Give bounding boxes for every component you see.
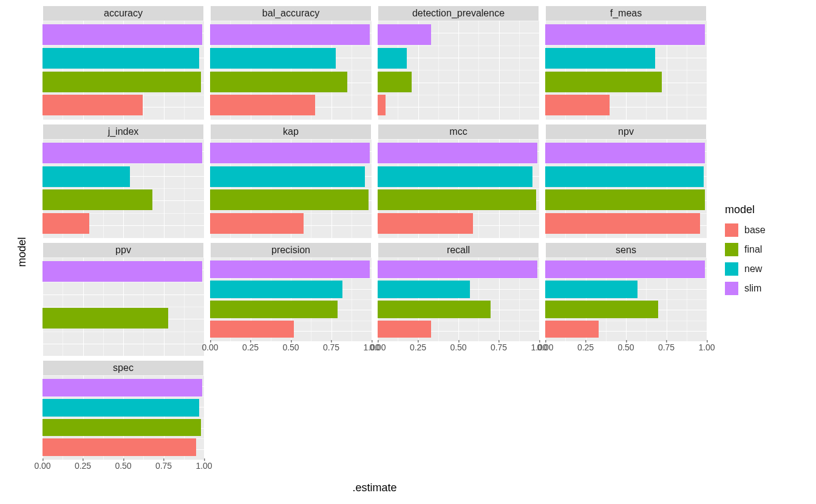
bar-final	[545, 189, 705, 210]
facet-strip: recall	[378, 243, 539, 257]
bar-final	[545, 301, 658, 318]
facet-panel	[545, 257, 707, 342]
x-axis-label: .estimate	[42, 474, 707, 498]
bar-slim	[210, 143, 370, 163]
facet-strip: precision	[210, 243, 372, 257]
bar-new	[545, 166, 704, 187]
bar-final	[42, 72, 201, 92]
bar-slim	[378, 143, 537, 163]
facet-panel	[545, 21, 707, 120]
bar-group	[42, 139, 204, 238]
x-tick: 0.00	[369, 342, 386, 352]
x-tick: 0.25	[410, 342, 426, 352]
plot-area: accuracybasefinalnewslimbal_accuracydete…	[6, 6, 713, 498]
facet-panel	[378, 257, 539, 342]
bar-base	[378, 213, 473, 234]
facet-strip: accuracy	[42, 6, 204, 21]
x-tick: 0.75	[323, 342, 339, 352]
bar-group	[42, 375, 204, 460]
legend-label: new	[744, 264, 762, 274]
facet-panel	[378, 21, 539, 120]
bar-base	[545, 213, 700, 234]
facet-panel: basefinalnewslim	[42, 139, 204, 238]
facet-strip: bal_accuracy	[210, 6, 372, 21]
facet-strip: sens	[545, 243, 707, 257]
bar-final	[210, 301, 338, 318]
legend-swatch	[725, 262, 738, 276]
bar-final	[210, 189, 369, 210]
bar-final	[378, 72, 412, 92]
legend-item-new: new	[725, 262, 810, 276]
bar-slim	[42, 261, 202, 282]
x-tick: 0.00	[202, 342, 218, 352]
facet-f_meas: f_meas	[545, 6, 707, 120]
bar-slim	[42, 24, 202, 45]
bar-base	[42, 95, 143, 115]
x-tick: 0.25	[242, 342, 259, 352]
facet-strip: ppv	[42, 243, 204, 257]
bar-group	[378, 257, 539, 342]
legend-swatch	[725, 282, 738, 295]
x-tick: 0.75	[658, 342, 675, 352]
x-ticks: 0.000.250.500.751.00	[42, 460, 204, 474]
bar-group	[210, 257, 372, 342]
bar-new	[42, 48, 199, 69]
facet-kap: kap	[210, 124, 372, 238]
bar-slim	[378, 24, 431, 45]
legend-item-slim: slim	[725, 282, 810, 295]
x-tick: 0.50	[282, 342, 299, 352]
facet-panel	[210, 139, 372, 238]
facet-panel: basefinalnewslim	[42, 375, 204, 460]
x-tick: 0.25	[75, 461, 91, 471]
facet-strip: npv	[545, 124, 707, 139]
x-ticks: 0.000.250.500.751.00	[378, 341, 539, 356]
bar-final	[42, 419, 201, 437]
bar-new	[210, 166, 365, 187]
chart-container: model accuracybasefinalnewslimbal_accura…	[6, 6, 810, 498]
y-axis-label: model	[16, 237, 29, 267]
facet-spec: specbasefinalnewslim0.000.250.500.751.00	[42, 361, 204, 474]
x-ticks: 0.000.250.500.751.00	[545, 341, 707, 356]
legend: model basefinalnewslim	[713, 6, 810, 498]
x-ticks: 0.000.250.500.751.00	[210, 341, 372, 356]
bar-base	[545, 95, 610, 115]
bar-group	[42, 257, 204, 356]
bar-new	[378, 166, 532, 187]
legend-item-base: base	[725, 223, 810, 237]
facet-strip: mcc	[378, 124, 539, 139]
bar-group	[545, 139, 707, 238]
x-tick: 0.75	[491, 342, 507, 352]
bar-new	[210, 48, 336, 69]
legend-title: model	[725, 203, 810, 216]
bar-new	[378, 281, 470, 298]
bar-new	[378, 48, 407, 69]
bar-slim	[545, 143, 705, 163]
x-tick: 0.50	[617, 342, 634, 352]
facet-sens: sens0.000.250.500.751.00	[545, 243, 707, 356]
bar-base	[42, 438, 196, 456]
bar-slim	[210, 24, 370, 45]
bar-base	[378, 95, 386, 115]
bar-group	[210, 21, 372, 120]
facet-mcc: mcc	[378, 124, 539, 238]
bar-final	[42, 308, 168, 329]
facet-strip: spec	[42, 361, 204, 375]
x-tick: 1.00	[698, 342, 715, 352]
x-tick: 1.00	[195, 461, 212, 471]
x-tick: 0.50	[450, 342, 466, 352]
facet-strip: kap	[210, 124, 372, 139]
facet-npv: npv	[545, 124, 707, 238]
bar-slim	[545, 261, 705, 278]
bar-final	[378, 189, 536, 210]
facet-panel	[210, 21, 372, 120]
facet-panel	[210, 257, 372, 342]
bar-new	[545, 281, 638, 298]
bar-new	[42, 166, 130, 187]
facet-ppv: ppvbasefinalnewslim	[42, 243, 204, 356]
bar-group	[210, 139, 372, 238]
facet-panel	[545, 139, 707, 238]
bar-slim	[42, 143, 202, 163]
legend-swatch	[725, 243, 738, 256]
bar-slim	[545, 24, 705, 45]
bar-slim	[42, 379, 202, 397]
